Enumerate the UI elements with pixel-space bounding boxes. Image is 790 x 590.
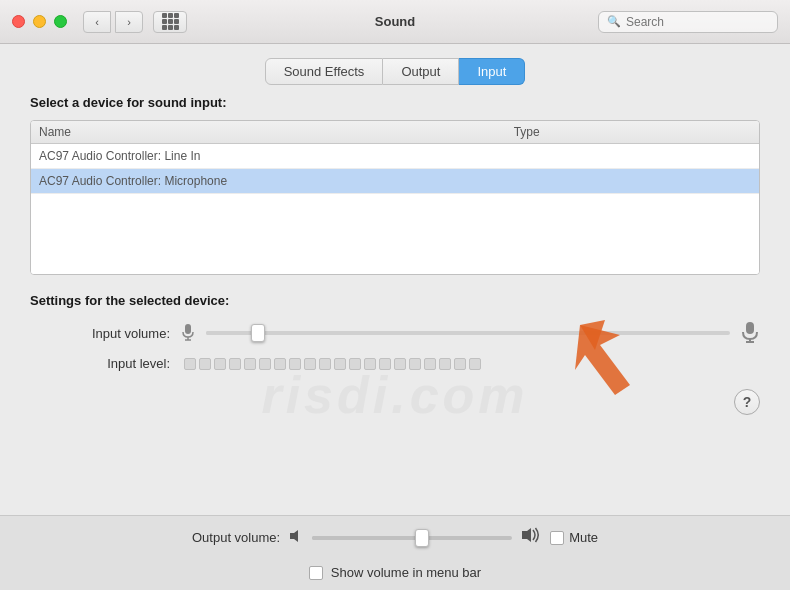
forward-button[interactable]: ›: [115, 11, 143, 33]
level-bar-10: [319, 358, 331, 370]
maximize-button[interactable]: [54, 15, 67, 28]
level-bar-19: [454, 358, 466, 370]
close-button[interactable]: [12, 15, 25, 28]
input-level-bars: [184, 358, 760, 370]
grid-icon: [162, 13, 179, 30]
watermark: risdi.com: [261, 365, 528, 425]
level-bar-14: [379, 358, 391, 370]
window-title: Sound: [375, 14, 415, 29]
level-bar-16: [409, 358, 421, 370]
mute-container: Mute: [550, 530, 598, 545]
input-volume-track[interactable]: [206, 331, 730, 335]
input-volume-label: Input volume:: [50, 326, 170, 341]
show-menubar-checkbox[interactable]: [309, 566, 323, 580]
level-bar-7: [274, 358, 286, 370]
col-name-header: Name: [39, 125, 514, 139]
output-volume-row: Output volume: Mute: [30, 526, 760, 549]
search-icon: 🔍: [607, 15, 621, 28]
minimize-button[interactable]: [33, 15, 46, 28]
level-bar-2: [199, 358, 211, 370]
svg-rect-3: [746, 322, 754, 334]
level-bar-3: [214, 358, 226, 370]
table-row[interactable]: AC97 Audio Controller: Microphone: [31, 169, 759, 194]
level-bar-1: [184, 358, 196, 370]
row-type: [514, 174, 751, 188]
row-type: [514, 149, 751, 163]
input-volume-thumb[interactable]: [251, 324, 265, 342]
input-volume-row: Input volume:: [30, 322, 760, 344]
tab-input[interactable]: Input: [459, 58, 525, 85]
level-bar-8: [289, 358, 301, 370]
row-name: AC97 Audio Controller: Line In: [39, 149, 514, 163]
level-bar-18: [439, 358, 451, 370]
mute-checkbox[interactable]: [550, 531, 564, 545]
level-bar-6: [259, 358, 271, 370]
main-panel: risdi.com Select a device for sound inpu…: [0, 95, 790, 515]
tabs: Sound Effects Output Input: [0, 44, 790, 95]
device-table: Name Type AC97 Audio Controller: Line In…: [30, 120, 760, 275]
col-type-header: Type: [514, 125, 751, 139]
back-button[interactable]: ‹: [83, 11, 111, 33]
show-menubar-row: Show volume in menu bar: [309, 565, 481, 580]
table-row[interactable]: AC97 Audio Controller: Line In: [31, 144, 759, 169]
nav-buttons: ‹ ›: [83, 11, 143, 33]
output-volume-thumb[interactable]: [415, 529, 429, 547]
mic-small-icon: [180, 323, 196, 343]
volume-low-icon: [288, 528, 304, 547]
mute-label: Mute: [569, 530, 598, 545]
help-button[interactable]: ?: [734, 389, 760, 415]
output-volume-label: Output volume:: [192, 530, 280, 545]
bottom-bar: Output volume: Mute: [0, 515, 790, 590]
device-section-title: Select a device for sound input:: [30, 95, 760, 110]
input-level-label: Input level:: [50, 356, 170, 371]
level-bar-12: [349, 358, 361, 370]
output-volume-track[interactable]: [312, 536, 512, 540]
search-bar[interactable]: 🔍: [598, 11, 778, 33]
level-bar-4: [229, 358, 241, 370]
level-bar-13: [364, 358, 376, 370]
svg-rect-0: [185, 324, 191, 334]
tab-output[interactable]: Output: [383, 58, 459, 85]
level-bar-9: [304, 358, 316, 370]
table-header: Name Type: [31, 121, 759, 144]
input-level-row: Input level:: [30, 356, 760, 371]
level-bar-17: [424, 358, 436, 370]
mic-large-icon: [740, 322, 760, 344]
table-empty-area: [31, 194, 759, 274]
svg-marker-8: [290, 530, 298, 542]
show-menubar-label: Show volume in menu bar: [331, 565, 481, 580]
level-bar-5: [244, 358, 256, 370]
titlebar: ‹ › Sound 🔍: [0, 0, 790, 44]
input-volume-slider-container: [180, 322, 760, 344]
level-bar-20: [469, 358, 481, 370]
level-bar-15: [394, 358, 406, 370]
svg-marker-9: [522, 528, 531, 542]
settings-section-title: Settings for the selected device:: [30, 293, 760, 308]
grid-view-button[interactable]: [153, 11, 187, 33]
tab-sound-effects[interactable]: Sound Effects: [265, 58, 384, 85]
row-name: AC97 Audio Controller: Microphone: [39, 174, 514, 188]
volume-high-icon: [520, 526, 542, 549]
traffic-lights: [12, 15, 67, 28]
level-bar-11: [334, 358, 346, 370]
search-input[interactable]: [626, 15, 769, 29]
content-area: Sound Effects Output Input risdi.com Sel…: [0, 44, 790, 590]
